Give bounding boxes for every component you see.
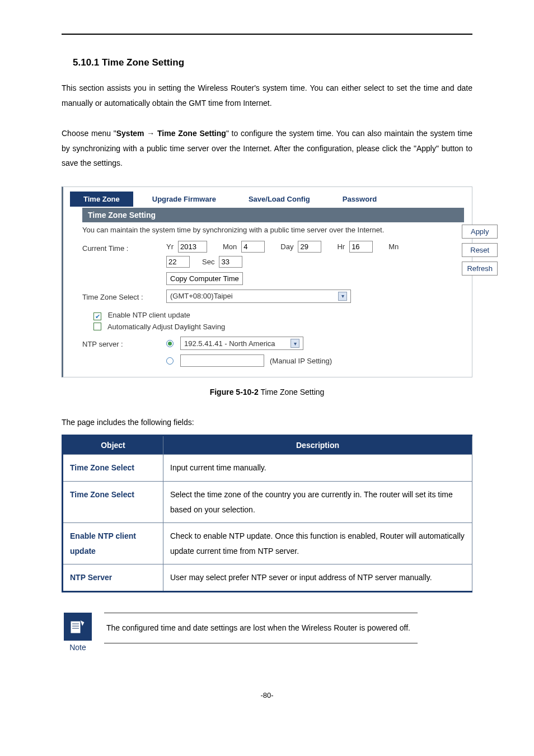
figure-number: Figure 5-10-2 (210, 388, 259, 396)
page-number: -80- (62, 691, 472, 699)
table-row: Time Zone Select Select the time zone of… (63, 482, 472, 523)
reset-button[interactable]: Reset (462, 243, 498, 257)
ntp-server-row: NTP server : 192.5.41.41 - North America… (82, 337, 464, 367)
ntp-server-select[interactable]: 192.5.41.41 - North America ▾ (180, 337, 303, 350)
cell-object: Time Zone Select (63, 482, 163, 523)
second-label: Sec (202, 258, 214, 266)
timezone-select-label: Time Zone Select : (82, 290, 166, 301)
year-input[interactable] (178, 241, 207, 253)
svg-rect-0 (71, 621, 81, 633)
intro-paragraph-2: Choose menu "System → Time Zone Setting"… (62, 126, 472, 171)
note-icon (64, 613, 92, 641)
auto-dst-label: Automatically Adjust Daylight Saving (107, 323, 225, 331)
cell-description: Select the time zone of the country you … (163, 482, 472, 523)
text: Choose menu " (62, 129, 116, 138)
fields-table: Object Description Time Zone Select Inpu… (62, 435, 472, 592)
cell-description: User may select prefer NTP sever or inpu… (163, 564, 472, 592)
auto-dst-checkbox[interactable] (93, 323, 101, 330)
tab-time-zone[interactable]: Time Zone (70, 192, 133, 207)
chevron-down-icon: ▾ (291, 339, 299, 348)
fields-intro: The page includes the following fields: (62, 418, 472, 427)
timezone-value: (GMT+08:00)Taipei (170, 292, 233, 300)
day-label: Day (280, 242, 293, 251)
refresh-button[interactable]: Refresh (462, 262, 498, 276)
note-block: Note The configured time and date settin… (62, 613, 472, 652)
timezone-select-row: Time Zone Select : (GMT+08:00)Taipei ▾ (82, 290, 464, 303)
cell-object: Enable NTP client update (63, 523, 163, 564)
auto-dst-row: Automatically Adjust Daylight Saving (93, 323, 464, 331)
table-row: Enable NTP client update Check to enable… (63, 523, 472, 564)
tab-save-load-config[interactable]: Save/Load Config (235, 192, 324, 207)
month-input[interactable] (241, 241, 265, 253)
copy-computer-time-button[interactable]: Copy Computer Time (166, 272, 243, 285)
menu-path-system: System (116, 129, 144, 138)
enable-ntp-checkbox[interactable]: ✔ (93, 312, 101, 320)
ntp-preset-radio[interactable] (166, 340, 174, 347)
cell-object: Time Zone Select (63, 455, 163, 482)
cell-description: Input current time manually. (163, 455, 472, 482)
th-object: Object (63, 436, 163, 455)
table-row: NTP Server User may select prefer NTP se… (63, 564, 472, 592)
ntp-manual-radio[interactable] (166, 357, 174, 365)
cell-object: NTP Server (63, 564, 163, 592)
current-time-label: Current Time : (82, 241, 166, 253)
figure-title: Time Zone Setting (259, 388, 325, 396)
timezone-select[interactable]: (GMT+08:00)Taipei ▾ (166, 290, 351, 303)
apply-button[interactable]: Apply (462, 225, 498, 239)
figure-caption: Figure 5-10-2 Time Zone Setting (62, 388, 472, 396)
hour-label: Hr (337, 242, 345, 251)
manual-ip-label: (Manual IP Setting) (270, 357, 332, 365)
month-label: Mon (223, 242, 237, 251)
panel-title: Time Zone Setting (82, 208, 464, 222)
ntp-server-value: 192.5.41.41 - North America (184, 339, 275, 348)
tab-bar: Time Zone Upgrade Firmware Save/Load Con… (63, 187, 472, 207)
screenshot-panel: Time Zone Upgrade Firmware Save/Load Con… (62, 186, 472, 378)
chevron-down-icon: ▾ (338, 292, 347, 301)
minute-label: Mn (388, 242, 399, 251)
section-heading: 5.10.1 Time Zone Setting (73, 57, 472, 68)
panel-description: You can maintain the system time by sync… (82, 226, 464, 234)
tab-upgrade-firmware[interactable]: Upgrade Firmware (139, 192, 229, 207)
enable-ntp-row: ✔ Enable NTP client update (93, 311, 464, 321)
year-label: Yr (166, 242, 174, 251)
intro-paragraph-1: This section assists you in setting the … (62, 81, 472, 110)
ntp-manual-input[interactable] (180, 354, 264, 367)
ntp-server-label: NTP server : (82, 337, 166, 348)
note-label: Note (62, 643, 94, 652)
current-time-row: Current Time : Yr Mon Day Hr (82, 241, 464, 285)
tab-password[interactable]: Password (329, 192, 390, 207)
table-row: Time Zone Select Input current time manu… (63, 455, 472, 482)
note-icon-container: Note (62, 613, 94, 652)
minute-input[interactable] (166, 256, 190, 268)
enable-ntp-label: Enable NTP client update (108, 311, 190, 319)
menu-path-timezone: Time Zone Setting (157, 129, 226, 138)
hour-input[interactable] (349, 241, 373, 253)
second-input[interactable] (219, 256, 242, 268)
day-input[interactable] (298, 241, 321, 253)
arrow-icon: → (144, 129, 158, 138)
cell-description: Check to enable NTP update. Once this fu… (163, 523, 472, 564)
panel-body: Apply Reset Refresh You can maintain the… (82, 226, 464, 367)
note-text: The configured time and date settings ar… (104, 613, 418, 643)
th-description: Description (163, 436, 472, 455)
